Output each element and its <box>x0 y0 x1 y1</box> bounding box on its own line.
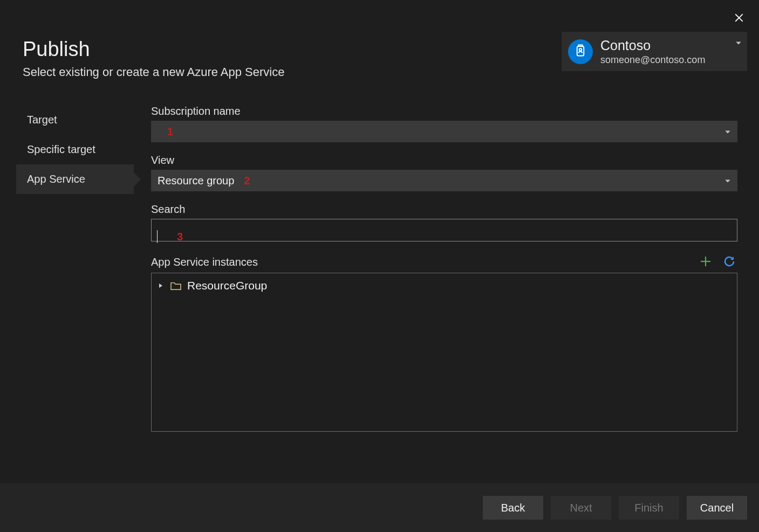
callout-badge-1: 1 <box>167 126 173 138</box>
subscription-dropdown[interactable]: 1 <box>151 121 737 142</box>
text-cursor <box>157 230 158 243</box>
account-name: Contoso <box>600 37 705 54</box>
callout-badge-3: 3 <box>177 231 183 243</box>
account-badge-icon <box>568 39 593 64</box>
chevron-down-icon <box>724 126 731 138</box>
refresh-button[interactable] <box>722 254 736 268</box>
next-button: Next <box>551 496 611 520</box>
close-icon <box>734 13 744 23</box>
subscription-label: Subscription name <box>151 105 737 118</box>
callout-badge-2: 2 <box>244 175 250 187</box>
view-dropdown[interactable]: Resource group 2 <box>151 170 737 191</box>
back-label: Back <box>501 502 525 514</box>
next-label: Next <box>570 502 592 514</box>
view-label: View <box>151 154 737 167</box>
step-specific-target[interactable]: Specific target <box>16 135 134 164</box>
folder-icon <box>170 281 182 291</box>
chevron-down-icon <box>735 37 742 49</box>
step-app-service[interactable]: App Service <box>16 164 134 194</box>
main-panel: Subscription name 1 View Resource group … <box>134 105 759 483</box>
account-selector[interactable]: Contoso someone@contoso.com <box>562 32 747 71</box>
publish-dialog: Contoso someone@contoso.com Publish Sele… <box>0 0 759 532</box>
search-label: Search <box>151 203 737 216</box>
add-instance-button[interactable] <box>699 254 713 268</box>
account-email: someone@contoso.com <box>600 54 705 66</box>
refresh-icon <box>723 255 736 268</box>
instances-tree[interactable]: ResourceGroup <box>151 273 737 432</box>
finish-label: Finish <box>634 502 663 514</box>
close-button[interactable] <box>731 10 747 26</box>
step-target[interactable]: Target <box>16 105 134 135</box>
dialog-footer: Back Next Finish Cancel <box>0 483 759 532</box>
step-label: Specific target <box>27 143 95 156</box>
step-label: Target <box>27 114 57 126</box>
search-input[interactable] <box>151 219 737 241</box>
svg-point-3 <box>579 49 582 51</box>
step-label: App Service <box>27 173 85 185</box>
chevron-down-icon <box>724 175 731 187</box>
tree-item-resourcegroup[interactable]: ResourceGroup <box>157 278 731 294</box>
account-text: Contoso someone@contoso.com <box>600 37 705 66</box>
cancel-button[interactable]: Cancel <box>687 496 747 520</box>
expand-arrow-icon[interactable] <box>157 283 165 288</box>
cancel-label: Cancel <box>700 502 734 514</box>
search-wrap: 3 <box>151 219 737 254</box>
view-value: Resource group <box>158 175 234 187</box>
instances-label: App Service instances <box>151 256 258 268</box>
plus-icon <box>699 255 712 268</box>
tree-item-label: ResourceGroup <box>187 279 267 292</box>
back-button[interactable]: Back <box>483 496 543 520</box>
finish-button: Finish <box>619 496 679 520</box>
wizard-steps: Target Specific target App Service <box>0 105 134 483</box>
